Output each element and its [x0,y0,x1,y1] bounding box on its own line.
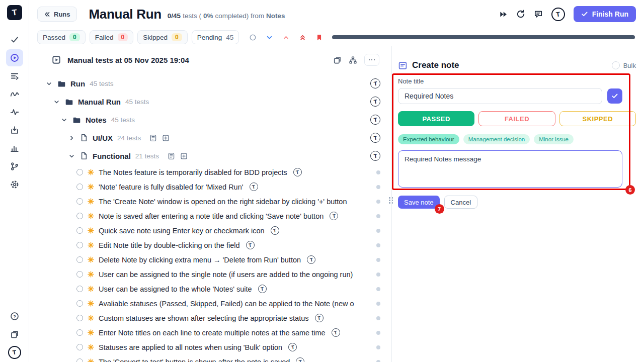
test-radio[interactable] [76,213,83,219]
tag-chip[interactable]: Expected behaviour [398,134,459,144]
filter-chip[interactable]: Passed 0 [37,30,86,44]
test-row[interactable]: 'Note' feature is fully disabled for 'Mi… [29,179,391,194]
test-row[interactable]: Delete Note by clicking extra menu → 'De… [29,252,391,267]
test-radio[interactable] [76,329,83,336]
test-radio[interactable] [76,242,83,248]
tag-chip[interactable]: Management decision [463,134,530,144]
note-message-input[interactable]: Required Notes message [398,150,622,188]
more-options-button[interactable] [364,54,379,66]
test-row[interactable]: The 'Convert to test' button is shown af… [29,354,391,362]
chevron-down-icon[interactable] [266,34,273,41]
testomat-badge-icon[interactable]: T [370,133,380,143]
test-row[interactable]: Note is saved after entering a note titl… [29,209,391,223]
test-row[interactable]: Quick save note using Enter key or check… [29,223,391,238]
bulk-checkbox[interactable] [612,61,620,69]
testomat-logo-icon[interactable]: T [6,344,23,361]
tree-folder-row[interactable]: Notes 45 tests T [29,111,391,129]
badge-letter: T [373,117,377,123]
back-to-runs-button[interactable]: Runs [37,7,77,22]
testomat-badge-icon[interactable]: T [370,151,380,161]
status-button-failed[interactable]: FAILED [478,111,555,126]
test-row[interactable]: Enter Note titles on each line to create… [29,325,391,340]
test-row[interactable]: Custom statuses are shown after selectin… [29,311,391,325]
history-icon[interactable] [516,10,525,19]
fast-forward-icon[interactable] [499,10,508,19]
save-note-button[interactable]: Save note 7 [398,196,440,209]
status-dot [376,302,380,306]
import-icon[interactable] [6,122,23,139]
hierarchy-icon[interactable] [349,56,357,64]
folder-icon [57,79,66,88]
test-row[interactable]: Avaliable statuses (Passed, Skipped, Fai… [29,296,391,311]
projects-icon[interactable] [6,326,23,343]
runs-icon[interactable] [6,49,23,66]
test-row[interactable]: User can be assigned to the whole 'Notes… [29,282,391,296]
double-chevron-up-icon[interactable] [299,34,306,41]
bookmark-icon[interactable] [315,34,323,41]
test-radio[interactable] [76,286,83,292]
bulk-toggle[interactable]: Bulk [612,61,636,69]
finish-run-button[interactable]: Finish Run [574,6,636,22]
test-row[interactable]: Statuses are applied to all notes when u… [29,340,391,354]
tree-folder-row[interactable]: Run 45 tests T [29,74,391,93]
reports-icon[interactable] [6,140,23,157]
status-button-passed[interactable]: PASSED [398,111,474,126]
test-radio[interactable] [76,169,83,175]
test-radio[interactable] [76,300,83,307]
test-radio[interactable] [76,271,83,278]
signature-icon[interactable] [6,85,23,103]
add-test-icon[interactable] [180,152,188,160]
pane-resize-handle[interactable] [389,197,393,204]
quick-save-button[interactable] [607,88,622,104]
chevron-up-icon[interactable] [282,34,290,41]
note-title-input[interactable] [398,88,602,104]
tree-folder-row[interactable]: UI/UX 24 tests T [29,129,391,147]
testomat-logo-icon[interactable]: T [551,8,565,21]
test-row[interactable]: User can be assigned to the single note … [29,267,391,282]
settings-icon[interactable] [6,176,23,193]
filter-chip[interactable]: Pending 45 [192,30,239,44]
chevron-down-icon[interactable] [45,80,53,87]
tests-icon[interactable] [6,31,23,48]
report-icon[interactable] [168,152,175,160]
test-title: The 'Convert to test' button is shown af… [99,358,290,362]
help-icon[interactable]: ? [6,308,23,325]
chevron-down-icon[interactable] [60,116,68,124]
test-radio[interactable] [76,344,83,350]
filter-chip[interactable]: Failed 0 [90,30,133,44]
testomat-badge-icon[interactable]: T [370,78,380,88]
test-plans-icon[interactable] [6,67,23,84]
test-row[interactable]: Edit Note title by double-clicking on th… [29,238,391,252]
copy-icon[interactable] [333,56,342,64]
branches-icon[interactable] [6,158,23,175]
test-radio[interactable] [76,184,83,190]
cancel-button[interactable]: Cancel [444,196,477,209]
test-row[interactable]: The 'Create Note' window is opened on th… [29,194,391,209]
filter-chip[interactable]: Skipped 0 [137,30,187,44]
circle-icon[interactable] [249,34,257,41]
test-radio[interactable] [76,315,83,321]
tag-chip[interactable]: Minor issue [534,134,574,144]
test-radio[interactable] [76,227,83,234]
test-radio[interactable] [76,358,83,362]
testomat-badge-icon[interactable]: T [370,115,380,125]
chevron-down-icon[interactable] [53,98,60,106]
status-dot [376,170,380,174]
status-button-skipped[interactable]: SKIPPED [559,111,636,126]
app-logo[interactable]: T [7,5,22,20]
activity-icon[interactable] [6,104,23,121]
feedback-icon[interactable] [534,10,543,19]
chevron-down-icon[interactable] [68,152,75,160]
test-radio[interactable] [76,198,83,205]
test-row[interactable]: The Notes feature is temporarily disable… [29,165,391,179]
test-radio[interactable] [76,256,83,263]
report-icon[interactable] [149,134,157,142]
tree-folder-row[interactable]: Functional 21 tests T [29,147,391,165]
chevron-down-icon[interactable] [68,134,75,142]
tree-folder-row[interactable]: Manual Run 45 tests T [29,93,391,111]
test-title: The 'Create Note' window is opened on th… [99,198,347,206]
add-test-icon[interactable] [162,134,170,142]
progress-source-link[interactable]: Notes [266,12,285,20]
testomat-badge-icon[interactable]: T [370,97,380,107]
run-progress-bar[interactable] [332,35,635,39]
